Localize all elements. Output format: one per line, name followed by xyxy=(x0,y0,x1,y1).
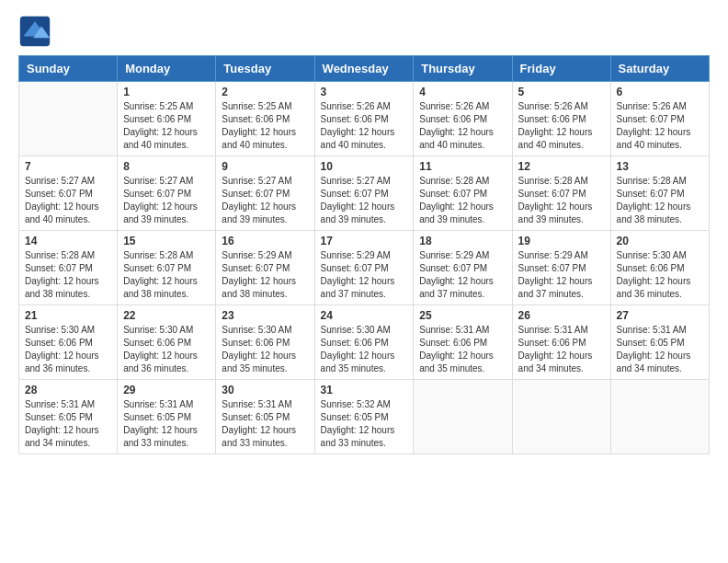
calendar-cell: 1 Sunrise: 5:25 AM Sunset: 6:06 PM Dayli… xyxy=(118,82,216,156)
calendar-cell: 30 Sunrise: 5:31 AM Sunset: 6:05 PM Dayl… xyxy=(216,380,314,454)
logo-icon xyxy=(18,15,51,48)
calendar-cell: 28 Sunrise: 5:31 AM Sunset: 6:05 PM Dayl… xyxy=(19,380,118,454)
day-info: Sunrise: 5:26 AM Sunset: 6:06 PM Dayligh… xyxy=(419,100,506,152)
calendar-cell: 31 Sunrise: 5:32 AM Sunset: 6:05 PM Dayl… xyxy=(314,380,414,454)
day-info: Sunrise: 5:28 AM Sunset: 6:07 PM Dayligh… xyxy=(419,175,506,226)
calendar-cell: 9 Sunrise: 5:27 AM Sunset: 6:07 PM Dayli… xyxy=(216,156,314,231)
day-info: Sunrise: 5:27 AM Sunset: 6:07 PM Dayligh… xyxy=(123,175,210,226)
calendar-cell: 11 Sunrise: 5:28 AM Sunset: 6:07 PM Dayl… xyxy=(414,156,512,231)
calendar-header-row: SundayMondayTuesdayWednesdayThursdayFrid… xyxy=(19,56,710,82)
calendar-cell: 20 Sunrise: 5:30 AM Sunset: 6:06 PM Dayl… xyxy=(610,231,709,305)
day-info: Sunrise: 5:27 AM Sunset: 6:07 PM Dayligh… xyxy=(222,175,308,226)
day-info: Sunrise: 5:32 AM Sunset: 6:05 PM Dayligh… xyxy=(321,398,408,450)
day-info: Sunrise: 5:28 AM Sunset: 6:07 PM Dayligh… xyxy=(25,249,111,301)
calendar-cell: 29 Sunrise: 5:31 AM Sunset: 6:05 PM Dayl… xyxy=(118,380,216,454)
calendar-cell: 17 Sunrise: 5:29 AM Sunset: 6:07 PM Dayl… xyxy=(314,231,414,305)
day-info: Sunrise: 5:30 AM Sunset: 6:06 PM Dayligh… xyxy=(617,249,703,301)
day-info: Sunrise: 5:31 AM Sunset: 6:05 PM Dayligh… xyxy=(123,398,210,450)
calendar-cell: 21 Sunrise: 5:30 AM Sunset: 6:06 PM Dayl… xyxy=(19,305,118,380)
day-number: 20 xyxy=(617,235,703,247)
day-info: Sunrise: 5:25 AM Sunset: 6:06 PM Dayligh… xyxy=(222,100,308,152)
calendar-week-row: 21 Sunrise: 5:30 AM Sunset: 6:06 PM Dayl… xyxy=(19,305,710,380)
calendar-cell: 25 Sunrise: 5:31 AM Sunset: 6:06 PM Dayl… xyxy=(414,305,512,380)
day-number: 7 xyxy=(25,160,111,173)
day-info: Sunrise: 5:29 AM Sunset: 6:07 PM Dayligh… xyxy=(222,249,308,301)
day-header: Monday xyxy=(118,56,216,82)
day-number: 16 xyxy=(222,235,308,247)
day-number: 28 xyxy=(25,384,111,396)
calendar-cell xyxy=(19,82,118,156)
calendar-cell: 4 Sunrise: 5:26 AM Sunset: 6:06 PM Dayli… xyxy=(414,82,512,156)
day-info: Sunrise: 5:26 AM Sunset: 6:06 PM Dayligh… xyxy=(321,100,408,152)
calendar-week-row: 28 Sunrise: 5:31 AM Sunset: 6:05 PM Dayl… xyxy=(19,380,710,454)
day-info: Sunrise: 5:30 AM Sunset: 6:06 PM Dayligh… xyxy=(321,324,408,375)
day-info: Sunrise: 5:26 AM Sunset: 6:07 PM Dayligh… xyxy=(617,100,703,152)
day-info: Sunrise: 5:31 AM Sunset: 6:05 PM Dayligh… xyxy=(25,398,111,450)
day-number: 18 xyxy=(419,235,506,247)
day-header: Thursday xyxy=(414,56,512,82)
day-number: 29 xyxy=(123,384,210,396)
day-number: 5 xyxy=(518,86,605,98)
calendar-week-row: 7 Sunrise: 5:27 AM Sunset: 6:07 PM Dayli… xyxy=(19,156,710,231)
calendar-cell: 5 Sunrise: 5:26 AM Sunset: 6:06 PM Dayli… xyxy=(512,82,610,156)
day-info: Sunrise: 5:28 AM Sunset: 6:07 PM Dayligh… xyxy=(518,175,605,226)
calendar-cell: 12 Sunrise: 5:28 AM Sunset: 6:07 PM Dayl… xyxy=(512,156,610,231)
calendar-cell: 10 Sunrise: 5:27 AM Sunset: 6:07 PM Dayl… xyxy=(314,156,414,231)
day-info: Sunrise: 5:27 AM Sunset: 6:07 PM Dayligh… xyxy=(321,175,408,226)
day-number: 22 xyxy=(123,309,210,322)
day-number: 17 xyxy=(321,235,408,247)
day-info: Sunrise: 5:27 AM Sunset: 6:07 PM Dayligh… xyxy=(25,175,111,226)
day-number: 1 xyxy=(123,86,210,98)
calendar-week-row: 14 Sunrise: 5:28 AM Sunset: 6:07 PM Dayl… xyxy=(19,231,710,305)
day-number: 11 xyxy=(419,160,506,173)
calendar-cell: 15 Sunrise: 5:28 AM Sunset: 6:07 PM Dayl… xyxy=(118,231,216,305)
day-number: 25 xyxy=(419,309,506,322)
calendar-cell: 23 Sunrise: 5:30 AM Sunset: 6:06 PM Dayl… xyxy=(216,305,314,380)
day-number: 23 xyxy=(222,309,308,322)
calendar-cell: 7 Sunrise: 5:27 AM Sunset: 6:07 PM Dayli… xyxy=(19,156,118,231)
day-number: 21 xyxy=(25,309,111,322)
day-header: Tuesday xyxy=(216,56,314,82)
day-number: 3 xyxy=(321,86,408,98)
day-info: Sunrise: 5:26 AM Sunset: 6:06 PM Dayligh… xyxy=(518,100,605,152)
day-info: Sunrise: 5:31 AM Sunset: 6:05 PM Dayligh… xyxy=(617,324,703,375)
calendar-cell: 18 Sunrise: 5:29 AM Sunset: 6:07 PM Dayl… xyxy=(414,231,512,305)
day-info: Sunrise: 5:29 AM Sunset: 6:07 PM Dayligh… xyxy=(419,249,506,301)
calendar-cell: 3 Sunrise: 5:26 AM Sunset: 6:06 PM Dayli… xyxy=(314,82,414,156)
day-number: 27 xyxy=(617,309,703,322)
day-number: 2 xyxy=(222,86,308,98)
header xyxy=(18,15,710,48)
calendar-cell: 8 Sunrise: 5:27 AM Sunset: 6:07 PM Dayli… xyxy=(118,156,216,231)
calendar-cell: 22 Sunrise: 5:30 AM Sunset: 6:06 PM Dayl… xyxy=(118,305,216,380)
day-info: Sunrise: 5:25 AM Sunset: 6:06 PM Dayligh… xyxy=(123,100,210,152)
day-number: 15 xyxy=(123,235,210,247)
day-number: 14 xyxy=(25,235,111,247)
calendar-cell: 6 Sunrise: 5:26 AM Sunset: 6:07 PM Dayli… xyxy=(610,82,709,156)
day-number: 12 xyxy=(518,160,605,173)
day-info: Sunrise: 5:29 AM Sunset: 6:07 PM Dayligh… xyxy=(518,249,605,301)
day-info: Sunrise: 5:29 AM Sunset: 6:07 PM Dayligh… xyxy=(321,249,408,301)
calendar-cell xyxy=(610,380,709,454)
day-number: 24 xyxy=(321,309,408,322)
day-number: 8 xyxy=(123,160,210,173)
calendar-cell: 13 Sunrise: 5:28 AM Sunset: 6:07 PM Dayl… xyxy=(610,156,709,231)
day-number: 19 xyxy=(518,235,605,247)
day-header: Wednesday xyxy=(314,56,414,82)
calendar-cell: 2 Sunrise: 5:25 AM Sunset: 6:06 PM Dayli… xyxy=(216,82,314,156)
calendar-cell: 14 Sunrise: 5:28 AM Sunset: 6:07 PM Dayl… xyxy=(19,231,118,305)
logo xyxy=(18,15,57,48)
calendar-cell: 24 Sunrise: 5:30 AM Sunset: 6:06 PM Dayl… xyxy=(314,305,414,380)
calendar-cell: 16 Sunrise: 5:29 AM Sunset: 6:07 PM Dayl… xyxy=(216,231,314,305)
day-number: 4 xyxy=(419,86,506,98)
calendar-cell xyxy=(512,380,610,454)
calendar-week-row: 1 Sunrise: 5:25 AM Sunset: 6:06 PM Dayli… xyxy=(19,82,710,156)
day-info: Sunrise: 5:31 AM Sunset: 6:06 PM Dayligh… xyxy=(419,324,506,375)
calendar-cell xyxy=(414,380,512,454)
day-header: Friday xyxy=(512,56,610,82)
day-number: 30 xyxy=(222,384,308,396)
day-number: 13 xyxy=(617,160,703,173)
calendar-cell: 27 Sunrise: 5:31 AM Sunset: 6:05 PM Dayl… xyxy=(610,305,709,380)
day-number: 6 xyxy=(617,86,703,98)
day-number: 31 xyxy=(321,384,408,396)
day-number: 9 xyxy=(222,160,308,173)
